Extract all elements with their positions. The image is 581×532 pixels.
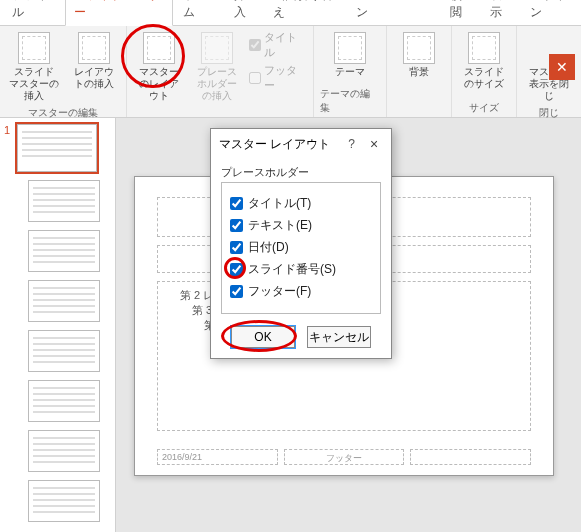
thumb-layout-2[interactable] (28, 230, 111, 272)
tab-slide-master[interactable]: スライド マスター (65, 0, 173, 26)
theme-icon (334, 32, 366, 64)
thumb-layout-1[interactable] (28, 180, 111, 222)
background-button[interactable]: 背景 (393, 30, 445, 80)
chk-date[interactable]: 日付(D) (230, 239, 372, 256)
ribbon-chk-footer[interactable]: フッター (249, 63, 308, 93)
master-layout-icon (143, 32, 175, 64)
thumb-layout-3[interactable] (28, 280, 111, 322)
dialog-close-button[interactable]: × (365, 135, 383, 153)
tab-insert[interactable]: 挿入 (226, 0, 264, 25)
slide-number-placeholder[interactable] (410, 449, 531, 465)
theme-label: テーマ (335, 66, 365, 78)
ribbon-group-background: 背景 (387, 26, 452, 117)
menu-bar: ファイル スライド マスター ホーム 挿入 画面切り替え アニメーション 校閲 … (0, 0, 581, 26)
ribbon-group-theme: テーマ テーマの編集 (314, 26, 387, 117)
placeholder-icon (201, 32, 233, 64)
thumbnail-panel: 1 (0, 118, 116, 532)
ribbon: スライド マスターの挿入 レイアウトの挿入 マスターの編集 マスターのレイアウト… (0, 26, 581, 118)
master-layout-label: マスターのレイアウト (135, 66, 183, 102)
placeholder-insert-button: プレースホルダーの挿入 (191, 30, 243, 104)
ribbon-group-master-edit: スライド マスターの挿入 レイアウトの挿入 マスターの編集 (0, 26, 127, 117)
insert-layout-label: レイアウトの挿入 (70, 66, 118, 90)
dialog-help-button[interactable]: ? (348, 137, 355, 151)
ribbon-title-footer-checks: タイトル フッター (249, 30, 308, 104)
thumb-number: 1 (4, 124, 14, 136)
tab-addin[interactable]: アドイン (522, 0, 581, 25)
slide-size-icon (468, 32, 500, 64)
tab-view[interactable]: 表示 (482, 0, 520, 25)
insert-slide-master-label: スライド マスターの挿入 (8, 66, 60, 102)
placeholder-insert-label: プレースホルダーの挿入 (193, 66, 241, 102)
tab-review[interactable]: 校閲 (442, 0, 480, 25)
group-label-size: サイズ (469, 101, 499, 115)
slide-footer-placeholders: 2016/9/21 フッター (157, 449, 531, 465)
slide-size-label: スライドのサイズ (460, 66, 508, 90)
layout-icon (78, 32, 110, 64)
dialog-title-text: マスター レイアウト (219, 136, 330, 153)
cancel-button[interactable]: キャンセル (307, 326, 371, 348)
master-layout-button[interactable]: マスターのレイアウト (133, 30, 185, 104)
theme-button[interactable]: テーマ (324, 30, 376, 80)
chk-title[interactable]: タイトル(T) (230, 195, 372, 212)
slide-size-button[interactable]: スライドのサイズ (458, 30, 510, 92)
dialog-titlebar[interactable]: マスター レイアウト ? × (211, 129, 391, 159)
tab-transition[interactable]: 画面切り替え (265, 0, 346, 25)
thumb-layout-4[interactable] (28, 330, 111, 372)
thumb-layout-7[interactable] (28, 480, 111, 522)
background-label: 背景 (409, 66, 429, 78)
thumb-1[interactable] (17, 124, 97, 172)
insert-layout-button[interactable]: レイアウトの挿入 (68, 30, 120, 104)
tab-home[interactable]: ホーム (175, 0, 224, 25)
slide-master-icon (18, 32, 50, 64)
ribbon-group-layout: マスターのレイアウト プレースホルダーの挿入 タイトル フッター (127, 26, 314, 117)
close-master-x-icon[interactable]: ✕ (549, 54, 575, 80)
tab-file[interactable]: ファイル (4, 0, 63, 25)
background-icon (403, 32, 435, 64)
thumb-master[interactable]: 1 (4, 124, 111, 172)
ribbon-group-size: スライドのサイズ サイズ (452, 26, 517, 117)
placeholder-group: タイトル(T) テキスト(E) 日付(D) スライド番号(S) フッター(F) (221, 182, 381, 314)
chk-text[interactable]: テキスト(E) (230, 217, 372, 234)
thumb-layout-5[interactable] (28, 380, 111, 422)
insert-slide-master-button[interactable]: スライド マスターの挿入 (6, 30, 62, 104)
master-layout-dialog: マスター レイアウト ? × プレースホルダー タイトル(T) テキスト(E) … (210, 128, 392, 359)
thumb-layout-6[interactable] (28, 430, 111, 472)
date-placeholder[interactable]: 2016/9/21 (157, 449, 278, 465)
chk-footer[interactable]: フッター(F) (230, 283, 372, 300)
tab-animation[interactable]: アニメーション (348, 0, 440, 25)
group-label-theme: テーマの編集 (320, 87, 380, 115)
footer-placeholder[interactable]: フッター (284, 449, 405, 465)
chk-slide-number[interactable]: スライド番号(S) (230, 261, 372, 278)
ok-button[interactable]: OK (231, 326, 295, 348)
ribbon-chk-title[interactable]: タイトル (249, 30, 308, 60)
placeholder-group-label: プレースホルダー (221, 165, 381, 180)
